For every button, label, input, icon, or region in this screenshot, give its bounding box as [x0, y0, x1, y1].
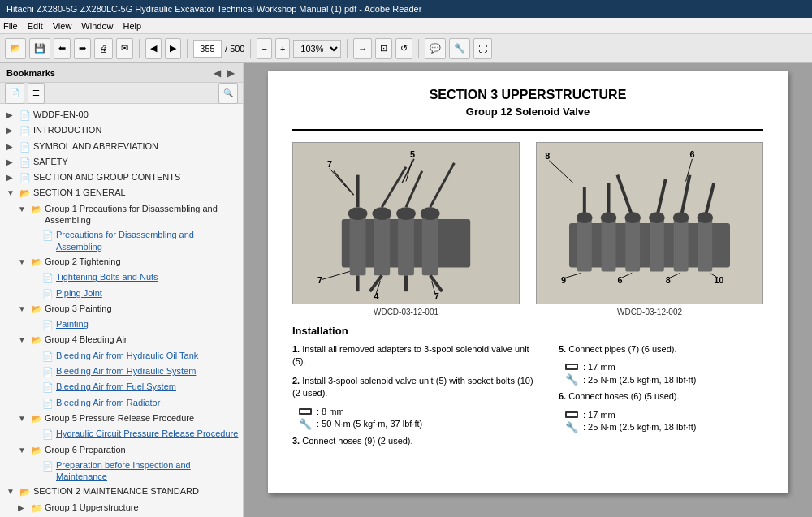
svg-text:6: 6: [617, 275, 622, 285]
tree-item-sec1[interactable]: ▼📂SECTION 1 GENERAL: [0, 185, 243, 200]
expand-button[interactable]: ⛶: [473, 38, 492, 59]
svg-rect-34: [625, 219, 640, 271]
print-button[interactable]: 🖨: [94, 38, 113, 59]
tree-item-grp6[interactable]: ▼📂Group 6 Preparation: [0, 442, 243, 458]
tree-item-wddf[interactable]: ▶📄WDDF-EN-00: [0, 107, 243, 123]
svg-point-45: [601, 212, 617, 223]
tree-label: Tightening Bolts and Nuts: [56, 271, 240, 282]
step-3: 3. Connect hoses (9) (2 used).: [292, 435, 542, 447]
content-area[interactable]: SECTION 3 UPPERSTRUCTURE Group 12 Soleno…: [244, 63, 812, 517]
doc-icon: 📄: [42, 429, 54, 440]
svg-point-49: [697, 212, 713, 223]
tree-item-grp2_1[interactable]: ▶📁Group 1 Upperstructure: [0, 500, 243, 515]
tree-label: Group 3 Painting: [45, 303, 240, 314]
doc-icon: 📄: [19, 125, 31, 136]
svg-point-7: [372, 207, 391, 220]
tree-item-grp5[interactable]: ▼📂Group 5 Pressure Release Procedure: [0, 411, 243, 426]
sidebar-search-btn[interactable]: 🔍: [218, 83, 238, 104]
tree-item-sec2[interactable]: ▼📂SECTION 2 MAINTENANCE STANDARD: [0, 484, 243, 499]
fit-width-button[interactable]: ↔: [353, 38, 372, 59]
tree-label: SYMBOL AND ABBREVIATION: [33, 140, 240, 152]
svg-point-46: [624, 212, 641, 223]
tree-item-section_group[interactable]: ▶📄SECTION AND GROUP CONTENTS: [0, 170, 243, 185]
email-button[interactable]: ✉: [116, 38, 133, 59]
sidebar-menu-btn[interactable]: ▶: [226, 67, 236, 79]
doc-icon: 📄: [19, 110, 31, 121]
tree-label: SECTION 1 GENERAL: [33, 187, 240, 198]
tree-item-piping[interactable]: 📄Piping Joint: [0, 286, 243, 301]
tree-label: Group 1 Precautions for Disassembling an…: [45, 203, 240, 226]
sidebar-expand-btn[interactable]: ☰: [28, 83, 45, 104]
tree-item-safety[interactable]: ▶📄SAFETY: [0, 154, 243, 170]
tree-item-paint1[interactable]: 📄Painting: [0, 317, 243, 332]
menu-help[interactable]: Help: [123, 21, 141, 31]
folder-icon: 📂: [31, 445, 42, 456]
step-1: 1. Install all removed adapters to 3-spo…: [292, 343, 542, 368]
tree-item-symbol[interactable]: ▶📄SYMBOL AND ABBREVIATION: [0, 139, 243, 154]
folder-icon: 📁: [31, 502, 42, 514]
tool-socket-size: : 8 mm: [299, 407, 542, 416]
tree-item-grp3[interactable]: ▼📂Group 3 Painting: [0, 301, 243, 317]
forward-button[interactable]: ➡: [74, 38, 91, 59]
tree-label: Group 4 Bleeding Air: [45, 334, 240, 345]
menu-edit[interactable]: Edit: [28, 21, 43, 31]
tree-expand-icon: ▶: [6, 172, 18, 183]
separator-2: [187, 39, 188, 58]
tree-item-bleed1[interactable]: 📄Bleeding Air from Hydraulic Oil Tank: [0, 348, 243, 364]
zoom-select[interactable]: 103% 75% 100% 125% 150%: [293, 40, 341, 58]
tree-item-intro[interactable]: ▶📄INTRODUCTION: [0, 123, 243, 138]
sidebar-new-btn[interactable]: 📄: [5, 83, 24, 104]
diagrams-row: 7 5 7 4 7: [292, 142, 763, 317]
page-total-label: / 500: [225, 44, 244, 54]
step-2: 2. Install 3-spool solenoid valve unit (…: [292, 375, 542, 400]
tree-item-prep1[interactable]: 📄Preparation before Inspection and Maint…: [0, 458, 243, 485]
next-page-button[interactable]: ▶: [165, 38, 181, 59]
instructions-right-col: 5. Connect pipes (7) (6 used). : 17 mm 🔧…: [559, 343, 763, 454]
tree-item-prec1[interactable]: 📄Precautions for Disassembling and Assem…: [0, 227, 243, 254]
save-button[interactable]: 💾: [29, 38, 50, 59]
rotate-button[interactable]: ↺: [395, 38, 412, 59]
page-number-input[interactable]: 355: [193, 40, 222, 58]
doc-icon: 📄: [42, 288, 54, 299]
zoom-out-button[interactable]: −: [257, 38, 271, 59]
instructions-columns: 1. Install all removed adapters to 3-spo…: [292, 343, 763, 454]
tree-item-grp1[interactable]: ▼📂Group 1 Precautions for Disassembling …: [0, 201, 243, 228]
menu-view[interactable]: View: [53, 21, 72, 31]
tree-item-bleed2[interactable]: 📄Bleeding Air from Hydraulic System: [0, 364, 243, 379]
sidebar: Bookmarks ◀ ▶ 📄 ☰ 🔍 ▶📄WDDF-EN-00▶📄INTROD…: [0, 63, 244, 517]
open-button[interactable]: 📂: [5, 38, 26, 59]
zoom-in-button[interactable]: +: [275, 38, 290, 59]
svg-rect-4: [398, 215, 414, 275]
folder-icon: 📂: [19, 486, 31, 498]
tool-wrench-size-2: : 17 mm: [565, 410, 763, 420]
tree-item-tight1[interactable]: 📄Tightening Bolts and Nuts: [0, 269, 243, 285]
installation-section: Installation 1. Install all removed adap…: [292, 325, 763, 454]
sidebar-header: Bookmarks ◀ ▶: [0, 63, 243, 83]
diagram-1: 7 5 7 4 7: [292, 142, 520, 317]
diagram-2-label: WDCD-03-12-002: [536, 308, 763, 317]
wrench-icon-3: 🔧: [565, 421, 578, 433]
prev-page-button[interactable]: ◀: [145, 38, 162, 59]
tree-item-hydr1[interactable]: 📄Hydraulic Circuit Pressure Release Proc…: [0, 426, 243, 442]
sidebar-collapse-btn[interactable]: ◀: [212, 67, 222, 79]
svg-rect-32: [577, 219, 592, 271]
tree-expand-icon: ▼: [6, 486, 18, 497]
tree-label: Preparation before Inspection and Mainte…: [56, 459, 240, 483]
tree-item-bleed3[interactable]: 📄Bleeding Air from Fuel System: [0, 379, 243, 394]
tree-label: Group 2 Tightening: [45, 256, 240, 267]
tree-item-grp4[interactable]: ▼📂Group 4 Bleeding Air: [0, 332, 243, 347]
tree-item-bleed4[interactable]: 📄Bleeding Air from Radiator: [0, 395, 243, 411]
fit-page-button[interactable]: ⊡: [375, 38, 392, 59]
diagram-2-image: 8 6 9 6 8 10: [536, 142, 763, 304]
tree-label: Bleeding Air from Hydraulic Oil Tank: [56, 350, 240, 361]
doc-icon: 📄: [19, 157, 31, 168]
tools-button[interactable]: 🔧: [449, 38, 470, 59]
separator-5: [418, 39, 419, 58]
tree-item-grp2[interactable]: ▼📂Group 2 Tightening: [0, 254, 243, 269]
section-title: SECTION 3 UPPERSTRUCTURE: [292, 88, 763, 102]
comment-button[interactable]: 💬: [425, 38, 446, 59]
back-button[interactable]: ⬅: [54, 38, 71, 59]
folder-icon: 📂: [19, 187, 31, 199]
menu-file[interactable]: File: [3, 21, 18, 31]
menu-window[interactable]: Window: [81, 21, 113, 31]
